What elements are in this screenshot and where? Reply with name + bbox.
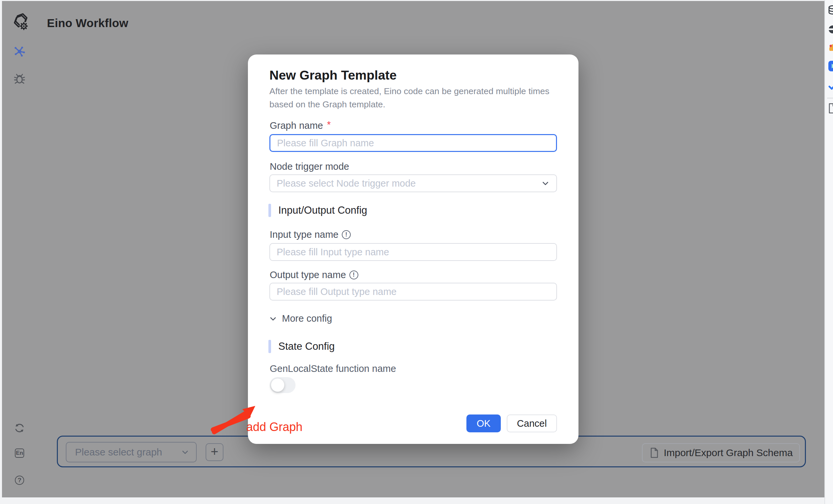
node-trigger-mode-select[interactable]: Please select Node trigger mode — [269, 174, 557, 192]
node-trigger-mode-label: Node trigger mode — [270, 161, 349, 172]
chevron-down-icon — [541, 179, 550, 187]
output-type-name-input[interactable] — [269, 283, 557, 301]
strip-divider — [827, 98, 833, 98]
import-export-button[interactable]: Import/Export Graph Schema — [642, 443, 800, 462]
node-trigger-mode-placeholder: Please select Node trigger mode — [277, 178, 541, 189]
ok-button[interactable]: OK — [467, 414, 501, 432]
document-icon — [649, 447, 659, 458]
add-graph-button[interactable]: + — [206, 443, 223, 461]
chevron-down-icon — [181, 448, 189, 456]
screen: Eino Workflow — [0, 0, 833, 504]
bookmark-disc-icon[interactable] — [828, 24, 833, 36]
bug-icon — [14, 73, 25, 84]
exclamation-circle-icon[interactable]: ! — [342, 230, 351, 239]
refresh-icon — [14, 422, 25, 434]
output-type-name-label: Output type name ! — [270, 270, 358, 280]
section-bar — [268, 340, 271, 353]
state-config-section-header: State Config — [268, 339, 335, 353]
dialog-footer: OK Cancel — [467, 414, 557, 432]
input-type-name-input[interactable] — [269, 243, 557, 261]
more-config-label: More config — [282, 313, 332, 324]
refresh-button[interactable] — [13, 422, 26, 434]
switch-knob — [271, 378, 284, 392]
bookmark-orange-icon[interactable] — [828, 43, 833, 54]
bookmark-database-icon[interactable] — [828, 5, 833, 17]
import-export-label: Import/Export Graph Schema — [664, 447, 793, 458]
sidebar-item-debug[interactable] — [13, 72, 26, 85]
input-type-name-label: Input type name ! — [270, 229, 351, 240]
share-nodes-icon — [13, 45, 26, 58]
bookmark-check-icon[interactable] — [828, 81, 833, 93]
language-icon: En — [15, 449, 24, 458]
annotation-text: add Graph — [246, 420, 303, 434]
more-config-toggle[interactable]: More config — [269, 313, 332, 324]
gen-local-state-label: GenLocalState function name — [270, 363, 396, 374]
browser-side-strip — [825, 0, 833, 504]
dialog-title: New Graph Template — [269, 68, 397, 82]
exclamation-circle-icon[interactable]: ! — [350, 271, 358, 279]
required-asterisk: * — [327, 119, 331, 130]
graph-name-label: Graph name* — [270, 120, 331, 131]
section-bar — [268, 204, 271, 217]
language-button[interactable]: En — [13, 447, 26, 459]
bookmark-blue-app-icon[interactable] — [828, 60, 833, 73]
eino-logo-icon — [12, 13, 29, 33]
sidebar-item-workflow[interactable] — [13, 45, 26, 58]
plus-icon: + — [211, 445, 218, 458]
gen-local-state-switch[interactable] — [270, 377, 295, 393]
io-config-section-header: Input/Output Config — [268, 203, 367, 217]
help-button[interactable]: ? — [13, 474, 26, 486]
cancel-button[interactable]: Cancel — [507, 414, 557, 432]
bookmark-document-icon[interactable] — [828, 103, 833, 115]
dialog-description: After the template is created, Eino code… — [269, 84, 572, 111]
app-title: Eino Workflow — [47, 17, 128, 30]
chevron-down-icon — [269, 314, 277, 323]
graph-select[interactable]: Please select graph — [66, 442, 197, 462]
help-icon: ? — [15, 476, 24, 485]
graph-select-placeholder: Please select graph — [75, 447, 181, 458]
graph-name-input[interactable] — [269, 134, 557, 152]
new-graph-template-dialog: New Graph Template After the template is… — [248, 54, 578, 444]
